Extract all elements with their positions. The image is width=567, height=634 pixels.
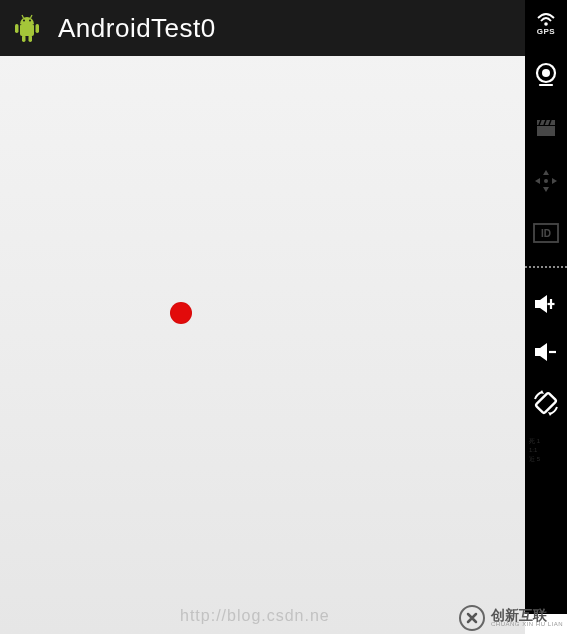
svg-line-6 [31, 15, 33, 18]
corner-logo: 创新互联 CHUANG XIN HU LIAN [459, 606, 563, 630]
camera-button[interactable] [525, 48, 567, 102]
wifi-icon [536, 12, 556, 26]
svg-rect-1 [15, 24, 19, 33]
svg-point-8 [29, 20, 31, 22]
draw-canvas[interactable] [0, 56, 525, 634]
svg-marker-19 [552, 178, 557, 184]
video-button[interactable] [525, 102, 567, 154]
svg-point-20 [544, 179, 548, 183]
id-icon: ID [533, 223, 559, 243]
clapperboard-icon [535, 118, 557, 138]
device-screen: AndroidTest0 [0, 0, 525, 634]
app-bar: AndroidTest0 [0, 0, 525, 56]
svg-rect-12 [537, 126, 555, 136]
svg-point-9 [544, 22, 548, 26]
android-icon [10, 11, 44, 45]
volume-down-icon [533, 341, 559, 363]
volume-up-icon [533, 293, 559, 315]
stats-text: 死 1 1:1 近 5 [529, 437, 563, 464]
svg-marker-26 [535, 343, 547, 361]
rotate-button[interactable] [525, 376, 567, 430]
svg-marker-17 [543, 187, 549, 192]
webcam-icon [533, 62, 559, 88]
logo-mark-icon [459, 605, 485, 631]
svg-marker-16 [543, 170, 549, 175]
svg-rect-3 [22, 35, 26, 42]
stats-panel: 死 1 1:1 近 5 [525, 430, 567, 470]
rotate-icon [532, 389, 560, 417]
volume-down-button[interactable] [525, 328, 567, 376]
svg-line-5 [22, 15, 24, 18]
svg-point-7 [23, 20, 25, 22]
app-title: AndroidTest0 [58, 13, 216, 44]
svg-point-11 [542, 69, 550, 77]
gps-label: GPS [537, 28, 555, 36]
gps-button[interactable]: GPS [525, 0, 567, 48]
logo-main: 创新互联 [491, 609, 563, 621]
volume-up-button[interactable] [525, 280, 567, 328]
emulator-frame: AndroidTest0 GPS [0, 0, 567, 634]
svg-rect-2 [36, 24, 40, 33]
watermark-text: http://blog.csdn.ne [180, 604, 447, 628]
emulator-toolbar: GPS [525, 0, 567, 614]
id-button[interactable]: ID [525, 208, 567, 258]
svg-rect-28 [535, 392, 556, 413]
logo-text-wrap: 创新互联 CHUANG XIN HU LIAN [491, 609, 563, 627]
logo-sub: CHUANG XIN HU LIAN [491, 621, 563, 627]
toolbar-divider [525, 264, 567, 270]
red-dot [170, 302, 192, 324]
dpad-icon [533, 168, 559, 194]
svg-marker-23 [535, 295, 547, 313]
svg-text:ID: ID [541, 228, 551, 239]
dpad-button[interactable] [525, 154, 567, 208]
svg-rect-4 [29, 35, 33, 42]
svg-marker-18 [535, 178, 540, 184]
svg-rect-0 [20, 24, 34, 36]
